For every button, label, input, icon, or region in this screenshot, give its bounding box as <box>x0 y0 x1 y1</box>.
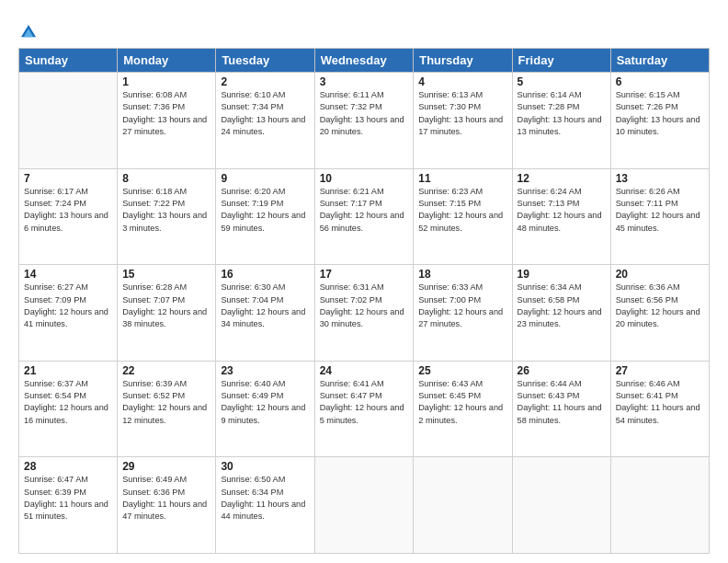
day-info: Sunrise: 6:33 AM Sunset: 7:00 PM Dayligh… <box>418 282 506 330</box>
day-number: 25 <box>418 364 506 377</box>
day-info: Sunrise: 6:31 AM Sunset: 7:02 PM Dayligh… <box>320 282 409 330</box>
calendar-cell: 25Sunrise: 6:43 AM Sunset: 6:45 PM Dayli… <box>414 361 512 457</box>
calendar-cell: 24Sunrise: 6:41 AM Sunset: 6:47 PM Dayli… <box>314 361 414 457</box>
day-info: Sunrise: 6:37 AM Sunset: 6:54 PM Dayligh… <box>24 378 112 427</box>
calendar-cell: 16Sunrise: 6:30 AM Sunset: 7:04 PM Dayli… <box>216 265 314 362</box>
page: SundayMondayTuesdayWednesdayThursdayFrid… <box>0 0 728 563</box>
day-info: Sunrise: 6:10 AM Sunset: 7:34 PM Dayligh… <box>221 89 309 138</box>
day-number: 9 <box>221 172 309 185</box>
day-number: 24 <box>320 364 409 377</box>
day-number: 19 <box>518 268 606 281</box>
day-info: Sunrise: 6:20 AM Sunset: 7:19 PM Dayligh… <box>221 186 309 235</box>
day-number: 21 <box>24 364 112 377</box>
day-info: Sunrise: 6:30 AM Sunset: 7:04 PM Dayligh… <box>221 282 309 330</box>
day-info: Sunrise: 6:11 AM Sunset: 7:32 PM Dayligh… <box>320 89 409 138</box>
calendar-cell: 27Sunrise: 6:46 AM Sunset: 6:41 PM Dayli… <box>610 361 709 457</box>
day-info: Sunrise: 6:26 AM Sunset: 7:11 PM Dayligh… <box>616 186 704 235</box>
calendar-cell: 12Sunrise: 6:24 AM Sunset: 7:13 PM Dayli… <box>512 168 610 265</box>
calendar-cell: 21Sunrise: 6:37 AM Sunset: 6:54 PM Dayli… <box>19 361 118 457</box>
week-row-3: 21Sunrise: 6:37 AM Sunset: 6:54 PM Dayli… <box>19 361 710 457</box>
week-row-2: 14Sunrise: 6:27 AM Sunset: 7:09 PM Dayli… <box>19 265 710 362</box>
day-info: Sunrise: 6:21 AM Sunset: 7:17 PM Dayligh… <box>320 186 409 235</box>
day-info: Sunrise: 6:39 AM Sunset: 6:52 PM Dayligh… <box>122 378 210 427</box>
calendar-cell: 26Sunrise: 6:44 AM Sunset: 6:43 PM Dayli… <box>512 361 610 457</box>
calendar-cell <box>414 457 512 554</box>
weekday-header-wednesday: Wednesday <box>314 49 414 73</box>
weekday-header-sunday: Sunday <box>19 49 118 73</box>
calendar-cell <box>610 457 709 554</box>
calendar-cell: 23Sunrise: 6:40 AM Sunset: 6:49 PM Dayli… <box>216 361 314 457</box>
day-number: 29 <box>122 460 210 473</box>
day-number: 20 <box>616 268 704 281</box>
logo-icon <box>18 22 39 42</box>
weekday-header-monday: Monday <box>118 49 216 73</box>
day-info: Sunrise: 6:49 AM Sunset: 6:36 PM Dayligh… <box>122 474 210 523</box>
day-number: 26 <box>518 364 606 377</box>
logo <box>18 20 42 42</box>
day-info: Sunrise: 6:40 AM Sunset: 6:49 PM Dayligh… <box>221 378 309 427</box>
calendar-cell: 4Sunrise: 6:13 AM Sunset: 7:30 PM Daylig… <box>414 73 512 169</box>
calendar-cell: 15Sunrise: 6:28 AM Sunset: 7:07 PM Dayli… <box>118 265 216 362</box>
calendar-cell: 10Sunrise: 6:21 AM Sunset: 7:17 PM Dayli… <box>314 168 414 265</box>
week-row-4: 28Sunrise: 6:47 AM Sunset: 6:39 PM Dayli… <box>19 457 710 554</box>
weekday-header-thursday: Thursday <box>414 49 512 73</box>
day-info: Sunrise: 6:13 AM Sunset: 7:30 PM Dayligh… <box>418 89 506 138</box>
weekday-header-friday: Friday <box>512 49 610 73</box>
calendar-cell: 2Sunrise: 6:10 AM Sunset: 7:34 PM Daylig… <box>216 73 314 169</box>
day-number: 1 <box>122 75 210 88</box>
day-number: 15 <box>122 268 210 281</box>
calendar-cell: 30Sunrise: 6:50 AM Sunset: 6:34 PM Dayli… <box>216 457 314 554</box>
week-row-1: 7Sunrise: 6:17 AM Sunset: 7:24 PM Daylig… <box>19 168 710 265</box>
calendar-cell: 13Sunrise: 6:26 AM Sunset: 7:11 PM Dayli… <box>610 168 709 265</box>
day-number: 27 <box>616 364 704 377</box>
weekday-header-saturday: Saturday <box>610 49 709 73</box>
day-number: 22 <box>122 364 210 377</box>
calendar-cell: 28Sunrise: 6:47 AM Sunset: 6:39 PM Dayli… <box>19 457 118 554</box>
day-number: 23 <box>221 364 309 377</box>
day-number: 6 <box>616 75 704 88</box>
day-info: Sunrise: 6:44 AM Sunset: 6:43 PM Dayligh… <box>518 378 606 427</box>
calendar-cell: 5Sunrise: 6:14 AM Sunset: 7:28 PM Daylig… <box>512 73 610 169</box>
day-number: 2 <box>221 75 309 88</box>
calendar-cell: 11Sunrise: 6:23 AM Sunset: 7:15 PM Dayli… <box>414 168 512 265</box>
calendar-cell <box>314 457 414 554</box>
day-number: 7 <box>24 172 112 185</box>
day-number: 17 <box>320 268 409 281</box>
calendar: SundayMondayTuesdayWednesdayThursdayFrid… <box>18 48 710 554</box>
calendar-cell: 22Sunrise: 6:39 AM Sunset: 6:52 PM Dayli… <box>118 361 216 457</box>
day-number: 18 <box>418 268 506 281</box>
calendar-cell <box>512 457 610 554</box>
calendar-cell: 8Sunrise: 6:18 AM Sunset: 7:22 PM Daylig… <box>118 168 216 265</box>
day-number: 12 <box>518 172 606 185</box>
day-info: Sunrise: 6:27 AM Sunset: 7:09 PM Dayligh… <box>24 282 112 330</box>
day-info: Sunrise: 6:08 AM Sunset: 7:36 PM Dayligh… <box>122 89 210 138</box>
day-number: 10 <box>320 172 409 185</box>
day-number: 5 <box>518 75 606 88</box>
calendar-cell <box>19 73 118 169</box>
day-info: Sunrise: 6:41 AM Sunset: 6:47 PM Dayligh… <box>320 378 409 427</box>
day-number: 16 <box>221 268 309 281</box>
weekday-header-row: SundayMondayTuesdayWednesdayThursdayFrid… <box>19 49 710 73</box>
day-info: Sunrise: 6:14 AM Sunset: 7:28 PM Dayligh… <box>518 89 606 138</box>
calendar-cell: 20Sunrise: 6:36 AM Sunset: 6:56 PM Dayli… <box>610 265 709 362</box>
day-info: Sunrise: 6:17 AM Sunset: 7:24 PM Dayligh… <box>24 186 112 235</box>
day-number: 4 <box>418 75 506 88</box>
weekday-header-tuesday: Tuesday <box>216 49 314 73</box>
calendar-cell: 17Sunrise: 6:31 AM Sunset: 7:02 PM Dayli… <box>314 265 414 362</box>
day-number: 30 <box>221 460 309 473</box>
header <box>18 17 710 42</box>
calendar-cell: 18Sunrise: 6:33 AM Sunset: 7:00 PM Dayli… <box>414 265 512 362</box>
day-info: Sunrise: 6:24 AM Sunset: 7:13 PM Dayligh… <box>518 186 606 235</box>
day-info: Sunrise: 6:18 AM Sunset: 7:22 PM Dayligh… <box>122 186 210 235</box>
day-info: Sunrise: 6:47 AM Sunset: 6:39 PM Dayligh… <box>24 474 112 523</box>
calendar-cell: 19Sunrise: 6:34 AM Sunset: 6:58 PM Dayli… <box>512 265 610 362</box>
day-info: Sunrise: 6:23 AM Sunset: 7:15 PM Dayligh… <box>418 186 506 235</box>
day-number: 11 <box>418 172 506 185</box>
calendar-cell: 1Sunrise: 6:08 AM Sunset: 7:36 PM Daylig… <box>118 73 216 169</box>
day-info: Sunrise: 6:43 AM Sunset: 6:45 PM Dayligh… <box>418 378 506 427</box>
calendar-cell: 29Sunrise: 6:49 AM Sunset: 6:36 PM Dayli… <box>118 457 216 554</box>
calendar-cell: 14Sunrise: 6:27 AM Sunset: 7:09 PM Dayli… <box>19 265 118 362</box>
calendar-cell: 7Sunrise: 6:17 AM Sunset: 7:24 PM Daylig… <box>19 168 118 265</box>
day-number: 13 <box>616 172 704 185</box>
day-info: Sunrise: 6:15 AM Sunset: 7:26 PM Dayligh… <box>616 89 704 138</box>
